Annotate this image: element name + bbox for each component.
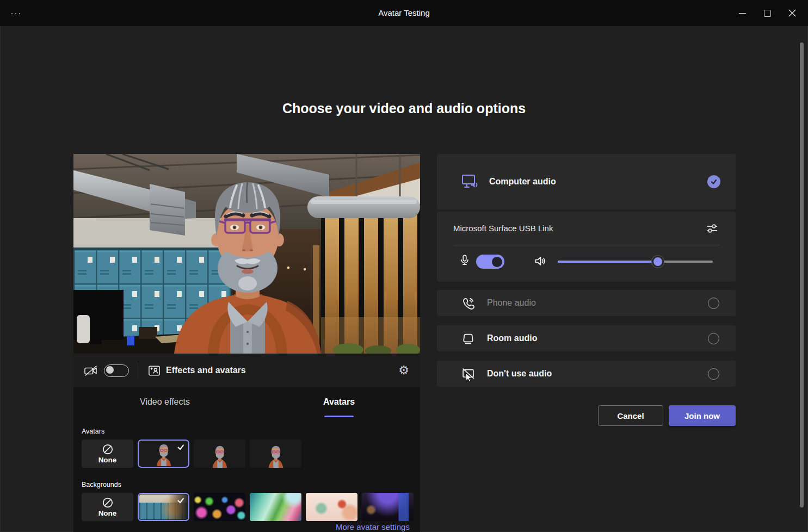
device-settings-card: Microsoft Surface USB Link — [437, 212, 736, 282]
active-tab-indicator — [324, 416, 354, 417]
effects-avatars-icon — [148, 364, 161, 377]
room-audio-radio[interactable] — [708, 333, 719, 344]
mic-toggle[interactable] — [476, 255, 504, 269]
selected-check-icon — [176, 443, 185, 451]
window-controls — [730, 0, 805, 26]
backgrounds-section-label: Backgrounds — [82, 481, 121, 488]
speaker-icon — [534, 255, 547, 268]
video-preview — [73, 154, 420, 354]
phone-audio-option[interactable]: Phone audio — [437, 290, 736, 316]
tab-avatars[interactable]: Avatars — [269, 397, 409, 407]
tab-video-effects[interactable]: Video effects — [95, 397, 235, 407]
camera-toggle[interactable] — [104, 364, 129, 377]
effects-panel: Video effects Avatars Avatars None — [73, 387, 420, 532]
audio-off-icon — [461, 367, 475, 381]
room-audio-icon — [461, 332, 475, 345]
app-window: ··· Avatar Testing Choose your video and… — [0, 0, 808, 532]
effects-and-avatars-label: Effects and avatars — [166, 366, 246, 375]
device-settings-icon[interactable] — [706, 222, 718, 234]
vertical-scrollbar[interactable] — [800, 42, 804, 508]
none-label: None — [98, 456, 117, 464]
background-thumbnail-living-room — [362, 493, 414, 521]
phone-audio-label: Phone audio — [487, 298, 536, 308]
maximize-icon — [764, 10, 771, 17]
none-icon — [102, 443, 114, 455]
window-title: Avatar Testing — [0, 0, 808, 26]
background-tiles: None — [82, 493, 414, 521]
dont-use-audio-option[interactable]: Don't use audio — [437, 361, 736, 387]
join-now-button[interactable]: Join now — [669, 405, 736, 426]
computer-audio-label: Computer audio — [489, 177, 556, 187]
background-tile-living-room[interactable] — [362, 493, 414, 521]
close-icon — [788, 9, 796, 17]
avatar-tiles: None — [82, 440, 301, 468]
divider — [138, 362, 138, 379]
avatar-thumbnail — [250, 440, 301, 468]
camera-off-icon — [84, 364, 97, 377]
avatar-tile-none[interactable]: None — [82, 440, 133, 468]
avatar-tile-2[interactable] — [194, 440, 245, 468]
background-tile-none[interactable]: None — [82, 493, 133, 521]
avatars-section-label: Avatars — [82, 428, 104, 435]
mic-toggle-knob — [492, 257, 502, 267]
computer-audio-card[interactable]: Computer audio — [437, 154, 736, 209]
maximize-button[interactable] — [755, 0, 780, 26]
background-tile-bokeh[interactable] — [194, 493, 245, 521]
dont-use-audio-label: Don't use audio — [487, 369, 552, 379]
none-label: None — [98, 509, 117, 517]
microphone-icon — [459, 253, 471, 267]
minimize-button[interactable] — [730, 0, 755, 26]
computer-audio-icon — [460, 172, 479, 191]
volume-fill — [558, 261, 657, 263]
background-tile-office-selected[interactable] — [138, 493, 189, 521]
avatar-thumbnail — [194, 440, 245, 468]
volume-thumb[interactable] — [652, 256, 664, 268]
background-tile-pastel[interactable] — [306, 493, 357, 521]
background-thumbnail-pastel — [306, 493, 357, 521]
camera-controls-bar: Effects and avatars ⚙ — [73, 354, 420, 387]
check-icon — [710, 178, 718, 185]
phone-audio-icon — [461, 296, 475, 310]
camera-toggle-knob — [106, 366, 114, 374]
avatar-tile-selected[interactable] — [138, 440, 189, 468]
close-button[interactable] — [780, 0, 805, 26]
gear-icon[interactable]: ⚙ — [398, 364, 409, 376]
mouse-cursor — [465, 373, 474, 382]
volume-slider[interactable] — [558, 261, 713, 263]
background-thumbnail-paper-art — [250, 493, 301, 521]
background-thumbnail-bokeh — [194, 493, 245, 521]
minimize-icon — [739, 13, 746, 14]
divider — [453, 245, 719, 245]
audio-device-name: Microsoft Surface USB Link — [453, 224, 553, 233]
more-settings-link[interactable]: More avatar settings — [336, 522, 410, 531]
room-audio-option[interactable]: Room audio — [437, 325, 736, 351]
none-icon — [102, 497, 114, 509]
cancel-button[interactable]: Cancel — [598, 405, 663, 426]
room-audio-label: Room audio — [487, 333, 537, 343]
phone-audio-radio[interactable] — [708, 298, 719, 309]
avatar-tile-3[interactable] — [250, 440, 301, 468]
titlebar: ··· Avatar Testing — [0, 0, 808, 26]
avatar-video-scene — [73, 154, 420, 354]
background-tile-paper-art[interactable] — [250, 493, 301, 521]
selected-check-icon — [176, 496, 185, 505]
page-title: Choose your video and audio options — [0, 101, 808, 116]
computer-audio-selected-check — [707, 175, 720, 188]
dont-use-audio-radio[interactable] — [708, 368, 719, 380]
audio-options-panel: Computer audio Microsoft Surface USB Lin… — [437, 154, 736, 480]
